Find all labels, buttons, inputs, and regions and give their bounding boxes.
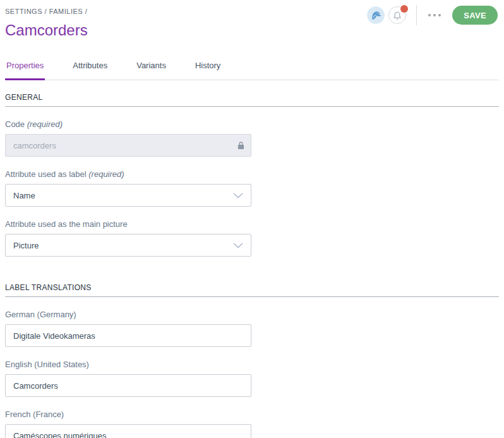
required-flag: (required) — [88, 169, 124, 179]
translation-input-de[interactable] — [5, 324, 251, 347]
code-label: Code (required) — [5, 119, 251, 129]
code-input — [5, 134, 251, 157]
translation-input-fr[interactable] — [5, 424, 251, 438]
attribute-as-main-picture-field-group: Attribute used as the main picture Pictu… — [5, 219, 251, 257]
bell-icon — [393, 11, 402, 20]
section-heading-label-translations: LABEL TRANSLATIONS — [5, 283, 499, 292]
notifications-button[interactable] — [388, 6, 406, 24]
attribute-as-label-label-text: Attribute used as label — [5, 169, 87, 179]
more-options-button[interactable] — [426, 10, 443, 20]
tab-bar: Properties Attributes Variants History — [5, 61, 499, 80]
dot-icon — [428, 14, 431, 16]
section-heading-general: GENERAL — [5, 93, 499, 102]
attribute-as-main-picture-label-text: Attribute used as the main picture — [5, 219, 128, 229]
dot-icon — [433, 14, 436, 16]
header-divider — [416, 5, 417, 25]
header-actions: SAVE — [367, 5, 498, 25]
attribute-as-main-picture-select[interactable]: Picture — [5, 234, 251, 257]
translation-label-en: English (United States) — [5, 360, 251, 369]
tab-properties[interactable]: Properties — [5, 61, 45, 80]
required-flag: (required) — [27, 119, 63, 129]
translation-input-en[interactable] — [5, 374, 251, 397]
translation-field-group-en: English (United States) — [5, 360, 251, 397]
code-field-group: Code (required) — [5, 119, 251, 157]
save-button[interactable]: SAVE — [452, 6, 498, 25]
code-label-text: Code — [5, 119, 25, 129]
translation-label-de: German (Germany) — [5, 310, 251, 319]
section-divider — [5, 106, 499, 107]
user-avatar[interactable] — [367, 6, 385, 24]
ziggy-mascot-icon — [367, 6, 385, 24]
selected-value: Name — [13, 191, 35, 200]
translation-label-fr: French (France) — [5, 410, 251, 419]
family-edit-page: SETTINGS / FAMILIES / Camcorders SAVE — [0, 0, 504, 438]
attribute-as-label-label: Attribute used as label (required) — [5, 169, 251, 179]
tab-history[interactable]: History — [194, 61, 222, 80]
translation-field-group-de: German (Germany) — [5, 310, 251, 347]
notification-badge — [400, 5, 408, 13]
attribute-as-main-picture-label: Attribute used as the main picture — [5, 219, 251, 229]
attribute-as-label-select[interactable]: Name — [5, 184, 251, 207]
dot-icon — [438, 14, 441, 16]
tab-variants[interactable]: Variants — [135, 61, 167, 80]
chevron-down-icon — [233, 243, 243, 248]
chevron-down-icon — [233, 193, 243, 198]
selected-value: Picture — [13, 241, 39, 250]
translation-field-group-fr: French (France) — [5, 410, 251, 438]
tab-attributes[interactable]: Attributes — [71, 61, 109, 80]
attribute-as-label-field-group: Attribute used as label (required) Name — [5, 169, 251, 207]
section-divider — [5, 296, 499, 297]
